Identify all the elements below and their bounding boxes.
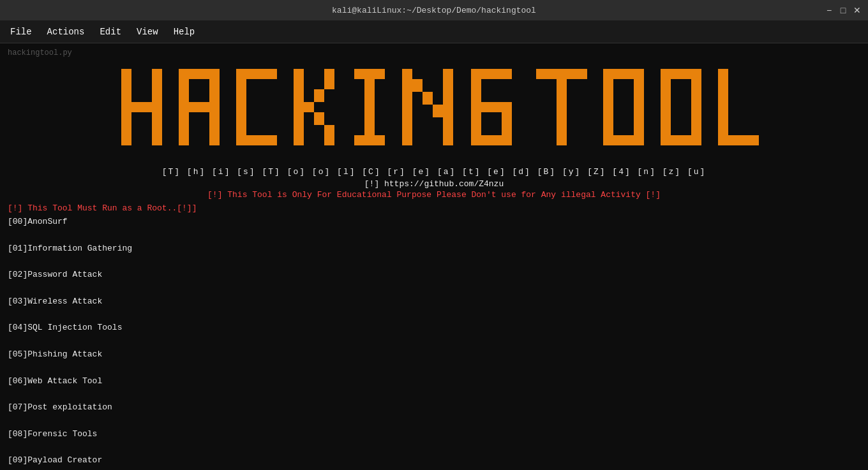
svg-rect-31 bbox=[603, 69, 613, 145]
svg-rect-40 bbox=[718, 135, 759, 145]
content-layer: hackingtool.py .px { fill: #E8820C; } .p… bbox=[8, 48, 860, 470]
svg-rect-13 bbox=[324, 69, 334, 89]
svg-rect-35 bbox=[661, 69, 671, 145]
svg-rect-21 bbox=[423, 92, 433, 105]
svg-rect-22 bbox=[433, 105, 443, 117]
menu-actions[interactable]: Actions bbox=[40, 24, 93, 40]
menu-item-02: [02]Password Attack bbox=[8, 268, 860, 282]
svg-rect-15 bbox=[324, 125, 334, 145]
svg-rect-12 bbox=[314, 89, 324, 102]
terminal: hackingtool.py .px { fill: #E8820C; } .p… bbox=[0, 43, 868, 470]
tagline: [T] [h] [i] [s] [T] [o] [o] [l] [C] [r] … bbox=[8, 167, 860, 177]
svg-rect-26 bbox=[471, 135, 512, 145]
svg-rect-9 bbox=[236, 135, 277, 145]
menu-item-01: [01]Information Gathering bbox=[8, 242, 860, 256]
window-title: kali@kaliLinux:~/Desktop/Demo/hackingtoo… bbox=[332, 6, 536, 15]
svg-rect-27 bbox=[502, 102, 512, 135]
svg-rect-25 bbox=[471, 69, 512, 79]
menu-item-00: [00]AnonSurf bbox=[8, 216, 860, 229]
svg-rect-14 bbox=[314, 112, 324, 125]
svg-rect-8 bbox=[236, 69, 277, 79]
svg-rect-11 bbox=[304, 102, 314, 112]
title-bar: kali@kaliLinux:~/Desktop/Demo/hackingtoo… bbox=[0, 0, 868, 20]
minimize-button[interactable]: − bbox=[823, 4, 835, 16]
svg-rect-34 bbox=[634, 69, 644, 145]
svg-rect-39 bbox=[718, 69, 728, 145]
maximize-button[interactable]: □ bbox=[837, 4, 849, 16]
warning-edu: [!] This Tool is Only For Educational Pu… bbox=[8, 190, 860, 200]
svg-rect-30 bbox=[557, 79, 567, 145]
menu-file[interactable]: File bbox=[3, 24, 40, 40]
svg-rect-18 bbox=[354, 135, 385, 145]
menu-item-08: [08]Forensic Tools bbox=[8, 428, 860, 441]
svg-rect-7 bbox=[236, 69, 246, 145]
svg-rect-6 bbox=[179, 102, 220, 112]
window-controls: − □ ✕ bbox=[823, 4, 863, 16]
close-button[interactable]: ✕ bbox=[851, 4, 863, 16]
menu-list: [00]AnonSurf [01]Information Gathering [… bbox=[8, 216, 860, 470]
menu-item-07: [07]Post exploitation bbox=[8, 401, 860, 415]
svg-rect-17 bbox=[364, 79, 375, 135]
menu-item-04: [04]SQL Injection Tools bbox=[8, 321, 860, 335]
menu-item-03: [03]Wireless Attack bbox=[8, 295, 860, 309]
warning-root: [!] This Tool Must Run as a Root..[!]] bbox=[8, 203, 860, 213]
svg-rect-10 bbox=[294, 69, 304, 145]
menu-item-05: [05]Phishing Attack bbox=[8, 348, 860, 362]
menu-edit[interactable]: Edit bbox=[92, 24, 129, 40]
menu-item-09: [09]Payload Creator bbox=[8, 454, 860, 467]
svg-rect-19 bbox=[402, 69, 412, 145]
svg-rect-24 bbox=[471, 69, 481, 145]
svg-rect-2 bbox=[152, 69, 162, 145]
banner-svg: .px { fill: #E8820C; } .px-dark { fill: … bbox=[108, 62, 760, 165]
top-script-line: hackingtool.py bbox=[8, 48, 860, 57]
svg-rect-29 bbox=[536, 69, 587, 79]
svg-rect-23 bbox=[443, 69, 453, 145]
menu-view[interactable]: View bbox=[129, 24, 166, 40]
menu-item-06: [06]Web Attack Tool bbox=[8, 375, 860, 388]
menu-help[interactable]: Help bbox=[166, 24, 203, 40]
banner-container: .px { fill: #E8820C; } .px-dark { fill: … bbox=[8, 62, 860, 165]
svg-rect-16 bbox=[354, 69, 385, 79]
github-link: [!] https://github.com/Z4nzu bbox=[8, 179, 860, 189]
menu-bar: File Actions Edit View Help bbox=[0, 20, 868, 43]
svg-rect-28 bbox=[481, 102, 502, 112]
svg-rect-20 bbox=[412, 79, 423, 92]
svg-rect-38 bbox=[691, 69, 701, 145]
